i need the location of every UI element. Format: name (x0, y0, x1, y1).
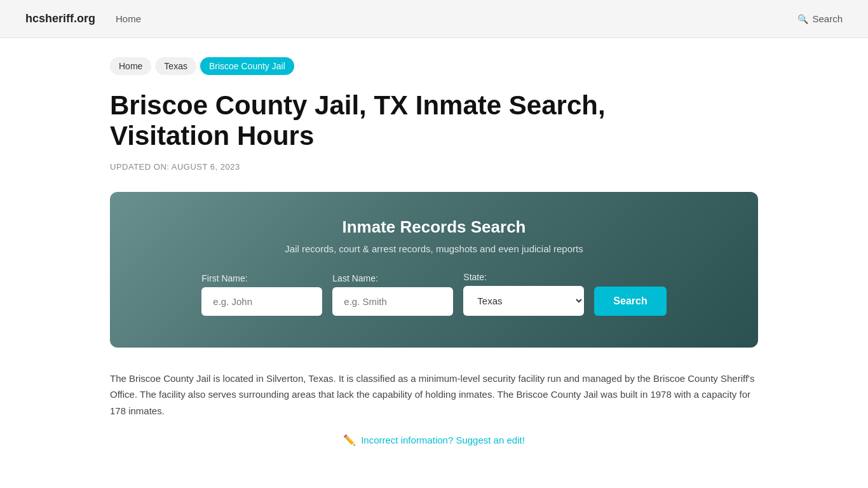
breadcrumb-current[interactable]: Briscoe County Jail (200, 57, 294, 75)
first-name-label: First Name: (201, 273, 247, 283)
inmate-search-title: Inmate Records Search (148, 217, 720, 237)
inmate-search-box: Inmate Records Search Jail records, cour… (110, 192, 758, 348)
site-header: hcsheriff.org Home 🔍 Search (0, 0, 868, 38)
pencil-icon: ✏️ (343, 434, 356, 446)
suggest-edit-link[interactable]: Incorrect information? Suggest an edit! (361, 435, 525, 445)
breadcrumb-home[interactable]: Home (110, 57, 151, 75)
site-logo[interactable]: hcsheriff.org (25, 12, 95, 25)
facility-description: The Briscoe County Jail is located in Si… (110, 370, 758, 419)
inmate-search-subtitle: Jail records, court & arrest records, mu… (148, 243, 720, 254)
state-label: State: (463, 272, 487, 282)
search-form: First Name: Last Name: State: AlabamaAla… (148, 272, 720, 316)
breadcrumb: Home Texas Briscoe County Jail (110, 57, 758, 75)
header-search-button[interactable]: 🔍 Search (797, 13, 843, 24)
last-name-group: Last Name: (332, 273, 453, 316)
last-name-input[interactable] (332, 287, 453, 316)
page-title: Briscoe County Jail, TX Inmate Search, V… (110, 90, 682, 152)
last-name-label: Last Name: (332, 273, 378, 283)
first-name-input[interactable] (201, 287, 322, 316)
state-select[interactable]: AlabamaAlaskaArizonaArkansasCaliforniaCo… (463, 286, 584, 316)
header-search-label: Search (812, 13, 843, 24)
header-left: hcsheriff.org Home (25, 12, 141, 25)
updated-date: UPDATED ON: AUGUST 6, 2023 (110, 162, 758, 172)
first-name-group: First Name: (201, 273, 322, 316)
search-icon: 🔍 (797, 14, 808, 24)
state-group: State: AlabamaAlaskaArizonaArkansasCalif… (463, 272, 584, 316)
main-content: Home Texas Briscoe County Jail Briscoe C… (85, 38, 783, 484)
nav-home-link[interactable]: Home (116, 13, 141, 24)
suggest-edit-section: ✏️ Incorrect information? Suggest an edi… (110, 434, 758, 446)
search-button[interactable]: Search (594, 287, 666, 316)
breadcrumb-texas[interactable]: Texas (155, 57, 196, 75)
